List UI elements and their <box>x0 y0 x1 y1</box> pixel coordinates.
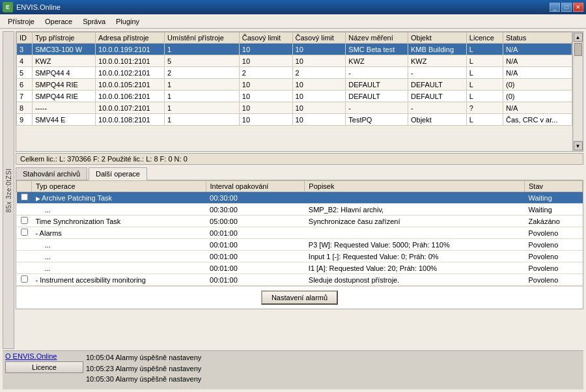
table-row[interactable]: 8-----10.0.0.107:210111010--?N/A <box>17 102 572 114</box>
col-adresa: Adresa přístroje <box>96 33 165 44</box>
scroll-thumb[interactable] <box>574 43 582 56</box>
tab-dalsi-operace[interactable]: Další operace <box>89 167 147 180</box>
col-nazev: Název měření <box>346 33 408 44</box>
table-row[interactable]: 6SMPQ44 RIE10.0.0.105:210111010DEFAULTDE… <box>17 79 572 91</box>
menu-pluginy[interactable]: Pluginy <box>111 16 145 27</box>
col-ops-popisek: Popisek <box>305 181 525 192</box>
device-table-scroll[interactable]: ID Typ přístroje Adresa přístroje Umístě… <box>16 31 573 152</box>
list-item[interactable]: - Alarms00:01:00Povoleno <box>17 227 583 239</box>
status-bar: O ENVIS.Online Licence 10:05:04 Alarmy ú… <box>3 350 583 389</box>
envis-online-link[interactable]: O ENVIS.Online <box>5 352 83 360</box>
col-id: ID <box>17 33 33 44</box>
status-left: O ENVIS.Online Licence <box>5 352 83 373</box>
col-ops-typ: Typ operace <box>32 181 206 192</box>
side-label-container: 85x 3ze:0tZSI <box>3 31 14 349</box>
menu-operace[interactable]: Operace <box>40 16 77 27</box>
scroll-track <box>574 43 582 140</box>
col-cas1: Časový limit <box>239 33 292 44</box>
scroll-down-arrow[interactable]: ▼ <box>574 141 583 150</box>
table-row[interactable]: 4KWZ10.0.0.101:210151010KWZKWZLN/A <box>17 55 572 67</box>
tabs-container: Stahování archivů Další operace Typ oper… <box>16 167 583 309</box>
content-with-sidebar: 85x 3ze:0tZSI ID Typ přístroje Adresa př… <box>3 31 583 349</box>
list-item[interactable]: ...00:01:00I1 [A]: Requested Value: 20; … <box>17 262 583 274</box>
list-item[interactable]: ...00:30:00SMP_B2: Hlavní archiv,Waiting <box>17 204 583 216</box>
list-item[interactable]: ...00:01:00P3 [W]: Requested Value: 5000… <box>17 239 583 251</box>
ops-button-row: Nastavení alarmů <box>16 286 583 309</box>
status-log: 10:05:04 Alarmy úspěšně nastaveny10:05:2… <box>83 352 581 385</box>
col-typ: Typ přístroje <box>32 33 95 44</box>
operations-table: Typ operace Interval opakování Popisek S… <box>16 180 583 286</box>
table-row[interactable]: 3SMC33-100 W10.0.0.199:210111010SMC Beta… <box>17 44 572 55</box>
col-objekt: Objekt <box>408 33 466 44</box>
device-scrollbar[interactable]: ▲ ▼ <box>573 31 583 152</box>
menu-sprava[interactable]: Správa <box>77 16 111 27</box>
log-entry: 10:05:30 Alarmy úspěšně nastaveny <box>86 374 578 385</box>
minimize-button[interactable]: _ <box>550 3 560 12</box>
menu-bar: Přístroje Operace Správa Pluginy <box>0 14 586 29</box>
list-item[interactable]: ▶ Archive Patching Task00:30:00Waiting <box>17 192 583 204</box>
app-title: ENVIS.Online <box>16 3 61 11</box>
col-ops-stav: Stav <box>524 181 582 192</box>
maximize-button[interactable]: □ <box>561 3 572 12</box>
list-item[interactable]: ...00:01:00Input 1 [-]: Requested Value:… <box>17 251 583 262</box>
log-entry: 10:05:23 Alarmy úspěšně nastaveny <box>86 363 578 374</box>
col-ops-interval: Interval opakování <box>206 181 305 192</box>
list-item[interactable]: - Instrument accesibility monitoring00:0… <box>17 274 583 286</box>
col-licence: Licence <box>466 33 503 44</box>
table-wrapper: ID Typ přístroje Adresa přístroje Umístě… <box>16 31 583 152</box>
close-button[interactable]: ✕ <box>573 3 583 12</box>
col-ops-check <box>17 181 32 192</box>
tab-stah-archivu[interactable]: Stahování archivů <box>16 167 87 180</box>
table-row[interactable]: 7SMPQ44 RIE10.0.0.106:210111010DEFAULTDE… <box>17 91 572 102</box>
menu-pristroje[interactable]: Přístroje <box>3 16 40 27</box>
title-bar-controls: _ □ ✕ <box>550 3 583 12</box>
main-content: 85x 3ze:0tZSI ID Typ přístroje Adresa př… <box>0 29 586 392</box>
table-container: ID Typ přístroje Adresa přístroje Umístě… <box>16 31 583 349</box>
log-entry: 10:05:04 Alarmy úspěšně nastaveny <box>86 352 578 363</box>
scroll-up-arrow[interactable]: ▲ <box>574 33 583 42</box>
title-bar-left: E ENVIS.Online <box>3 2 61 12</box>
col-umisteni: Umístění přístroje <box>165 33 240 44</box>
nastaveni-alarmu-button[interactable]: Nastavení alarmů <box>261 290 338 305</box>
title-bar: E ENVIS.Online _ □ ✕ <box>0 0 586 14</box>
col-cas2: Časový limit <box>292 33 346 44</box>
app-icon: E <box>3 2 13 12</box>
device-table: ID Typ přístroje Adresa přístroje Umístě… <box>16 32 572 126</box>
tabs-header: Stahování archivů Další operace <box>16 167 583 180</box>
table-row[interactable]: 5SMPQ44 410.0.0.102:2101222--LN/A <box>17 67 572 79</box>
licence-button[interactable]: Licence <box>5 361 83 373</box>
table-row[interactable]: 9SMV44 E10.0.0.108:210111010TestPQObjekt… <box>17 114 572 126</box>
side-label: 85x 3ze:0tZSI <box>5 168 12 212</box>
list-item[interactable]: Time Synchronization Task05:00:00Synchro… <box>17 216 583 227</box>
license-bar: Celkem lic.: L: 370366 F: 2 Použité lic.… <box>16 153 583 165</box>
tab-content: Typ operace Interval opakování Popisek S… <box>16 180 583 309</box>
col-status: Status <box>503 33 572 44</box>
